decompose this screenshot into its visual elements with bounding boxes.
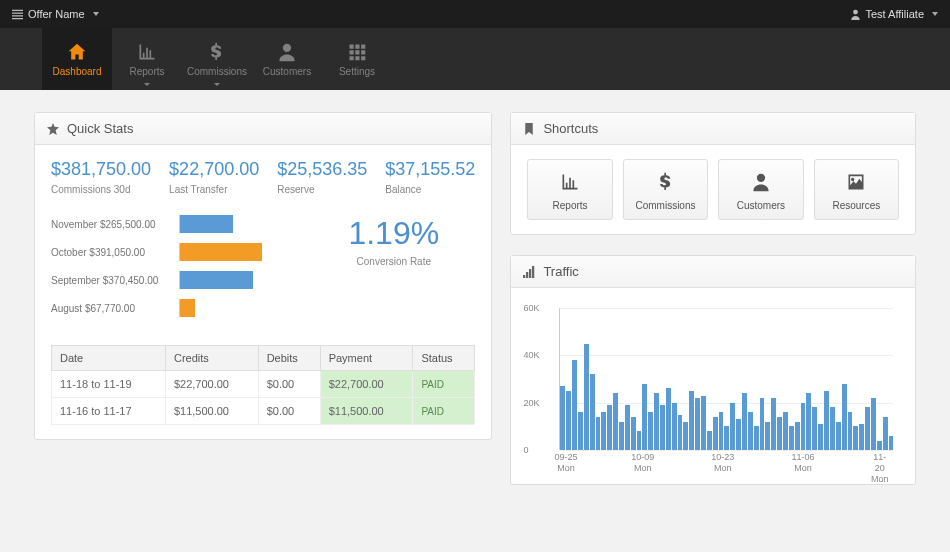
nav-reports[interactable]: Reports — [112, 28, 182, 90]
traffic-bar — [836, 422, 841, 450]
user-menu[interactable]: Test Affiliate — [850, 8, 939, 20]
traffic-bar — [748, 412, 753, 450]
offer-selector[interactable]: Offer Name — [12, 8, 99, 20]
shortcut-label: Resources — [832, 200, 880, 211]
traffic-bar — [613, 393, 618, 450]
nav-commissions[interactable]: Commissions — [182, 28, 252, 90]
table-header: Payment — [320, 346, 413, 371]
y-tick-label: 20K — [523, 398, 539, 408]
nav-label: Customers — [263, 66, 311, 77]
traffic-bar — [660, 405, 665, 450]
traffic-bar — [848, 412, 853, 450]
traffic-bar — [619, 422, 624, 450]
month-bar-label: August $67,770.00 — [51, 303, 171, 314]
traffic-bar — [842, 384, 847, 450]
traffic-bar — [701, 396, 706, 450]
shortcuts-title: Shortcuts — [543, 121, 598, 136]
y-tick-label: 0 — [523, 445, 528, 455]
nav-customers[interactable]: Customers — [252, 28, 322, 90]
stat-block: $37,155.52Balance — [385, 159, 475, 195]
month-bar-label: November $265,500.00 — [51, 219, 171, 230]
traffic-bar — [730, 403, 735, 450]
traffic-bar — [754, 426, 759, 450]
traffic-bar — [578, 412, 583, 450]
traffic-bar — [637, 431, 642, 450]
chevron-down-icon — [144, 83, 150, 86]
traffic-bar — [824, 391, 829, 450]
nav-settings[interactable]: Settings — [322, 28, 392, 90]
traffic-bar — [777, 417, 782, 450]
shortcut-reports[interactable]: Reports — [527, 159, 612, 220]
traffic-bar — [771, 398, 776, 450]
stat-value: $381,750.00 — [51, 159, 151, 180]
traffic-bar — [625, 405, 630, 450]
shortcuts-panel: Shortcuts ReportsCommissionsCustomersRes… — [510, 112, 916, 235]
nav-dashboard[interactable]: Dashboard — [42, 28, 112, 90]
traffic-bar — [865, 407, 870, 450]
table-header: Status — [413, 346, 475, 371]
traffic-bar — [806, 393, 811, 450]
x-tick-label: 09-25Mon — [555, 452, 578, 474]
shortcut-customers[interactable]: Customers — [718, 159, 803, 220]
table-header: Debits — [258, 346, 320, 371]
shortcut-resources[interactable]: Resources — [814, 159, 899, 220]
shortcut-commissions[interactable]: Commissions — [623, 159, 708, 220]
list-icon — [12, 9, 23, 20]
traffic-bar — [607, 405, 612, 450]
conversion-rate-label: Conversion Rate — [312, 256, 475, 267]
bookmark-icon — [523, 123, 535, 135]
traffic-bar — [789, 426, 794, 450]
traffic-bar — [724, 426, 729, 450]
traffic-bar — [736, 419, 741, 450]
traffic-bar — [713, 417, 718, 450]
grid-icon — [347, 42, 367, 62]
stat-block: $22,700.00Last Transfer — [169, 159, 259, 195]
stat-label: Commissions 30d — [51, 184, 151, 195]
month-bar: September $370,450.00 — [51, 271, 312, 289]
stat-value: $22,700.00 — [169, 159, 259, 180]
chevron-down-icon — [214, 83, 220, 86]
stat-block: $381,750.00Commissions 30d — [51, 159, 151, 195]
main-nav: DashboardReportsCommissionsCustomersSett… — [0, 28, 950, 90]
stat-block: $25,536.35Reserve — [277, 159, 367, 195]
month-bar: October $391,050.00 — [51, 243, 312, 261]
nav-label: Dashboard — [53, 66, 102, 77]
traffic-bar — [572, 360, 577, 450]
stat-value: $37,155.52 — [385, 159, 475, 180]
star-icon — [47, 123, 59, 135]
shortcut-label: Customers — [737, 200, 785, 211]
table-header: Credits — [165, 346, 258, 371]
traffic-bar — [707, 431, 712, 450]
topbar: Offer Name Test Affiliate — [0, 0, 950, 28]
table-header: Date — [52, 346, 166, 371]
month-bar-label: October $391,050.00 — [51, 247, 171, 258]
bar-chart-icon — [560, 172, 580, 192]
bar-chart-icon — [137, 42, 157, 62]
quick-stats-panel: Quick Stats $381,750.00Commissions 30d$2… — [34, 112, 492, 440]
chevron-down-icon — [932, 12, 938, 16]
traffic-bar — [678, 415, 683, 451]
offer-name: Offer Name — [28, 8, 85, 20]
traffic-bar — [853, 426, 858, 450]
dollar-icon — [656, 172, 676, 192]
nav-label: Commissions — [187, 66, 247, 77]
traffic-bar — [672, 403, 677, 450]
traffic-bar — [783, 412, 788, 450]
stat-label: Balance — [385, 184, 475, 195]
traffic-bar — [666, 388, 671, 450]
panel-title: Quick Stats — [35, 113, 491, 145]
traffic-bar — [742, 393, 747, 450]
traffic-bar — [590, 374, 595, 450]
traffic-bar — [601, 412, 606, 450]
traffic-bar — [642, 384, 647, 450]
traffic-bar — [830, 407, 835, 450]
traffic-bar — [818, 424, 823, 450]
traffic-bar — [889, 436, 894, 450]
traffic-bar — [560, 386, 565, 450]
traffic-bar — [584, 344, 589, 451]
traffic-bar — [795, 422, 800, 450]
shortcut-label: Reports — [553, 200, 588, 211]
nav-label: Reports — [129, 66, 164, 77]
traffic-bar — [683, 422, 688, 450]
traffic-chart: 020K40K60K09-25Mon10-09Mon10-23Mon11-06M… — [523, 298, 903, 478]
